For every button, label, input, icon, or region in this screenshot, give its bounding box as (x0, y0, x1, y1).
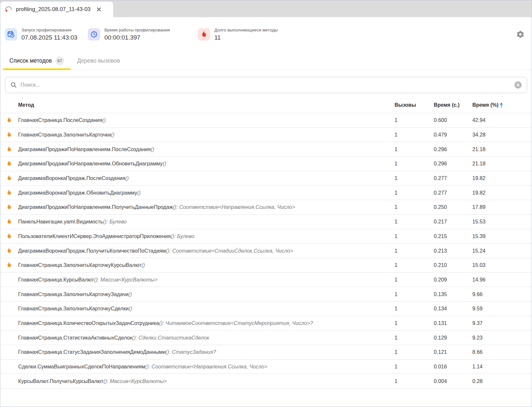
time-percent-value: 21.18 (472, 161, 532, 167)
method-name: ДиаграммаВоронкаПродаж.ПолучитьКоличеств… (18, 248, 166, 254)
method-name: ГлавнаяСтраница.ПослеСоздания (18, 117, 102, 123)
table-row[interactable]: ДиаграммаВоронкаПродаж.ПослеСоздания() 1… (0, 171, 532, 186)
time-percent-value: 42.94 (472, 117, 532, 123)
calls-value: 1 (395, 349, 434, 355)
time-percent-value: 17.89 (472, 204, 532, 210)
table-row[interactable]: Сделки.СуммаВыигранныхСделокПоНаправлени… (0, 360, 532, 374)
table-row[interactable]: КурсыВалют.ПолучитьКурсыВалют(): Массив<… (0, 374, 532, 389)
calls-value: 1 (395, 364, 434, 370)
method-signature: () (125, 175, 129, 181)
search-input[interactable] (20, 82, 511, 88)
table-header: Метод Вызовы Время (с.) Время (%) (0, 97, 532, 113)
time-percent-value: 1.14 (472, 364, 532, 370)
hot-method-flame-icon (7, 132, 12, 138)
table-row[interactable]: ГлавнаяСтраница.ЗаполнитьКарточкуЗадачи(… (0, 287, 532, 302)
search-box (5, 77, 527, 93)
clock-icon (88, 28, 100, 41)
table-row[interactable]: ПанельНавигации.yaml.Видимость(): Булево… (0, 215, 532, 229)
hot-method-flame-icon (7, 146, 12, 152)
calls-value: 1 (395, 335, 434, 341)
column-header-method[interactable]: Метод (18, 102, 395, 108)
method-signature: (): Булево (171, 233, 195, 239)
search-icon (10, 82, 17, 88)
tab-method-list[interactable]: Список методов 67 (3, 52, 71, 70)
table-row[interactable]: ГлавнаяСтраница.ЗаполнитьКарточки() 1 0.… (0, 128, 532, 142)
calls-value: 1 (395, 277, 434, 283)
table-row[interactable]: ДиаграммаПродажиПоНаправлениям.ОбновитьД… (0, 157, 532, 171)
profiling-tab[interactable]: profiling_2025.08.07_11-43-03 (0, 2, 113, 17)
table-row[interactable]: ГлавнаяСтраница.ПослеСоздания() 1 0.600 … (0, 113, 532, 128)
calls-value: 1 (395, 262, 434, 268)
method-name: ДиаграммаВоронкаПродаж.ОбновитьДиаграмму (18, 190, 137, 196)
table-row[interactable]: ДиаграммаВоронкаПродаж.ОбновитьДиаграмму… (0, 186, 532, 200)
time-seconds-value: 0.215 (434, 233, 472, 239)
method-signature: (): СтатусЗадания? (166, 349, 216, 355)
method-name: ДиаграммаПродажиПоНаправлениям.ПолучитьД… (18, 204, 173, 210)
table-row[interactable]: ПользователиКлиентИСервер.ЭтоАдминистрат… (0, 229, 532, 244)
sort-asc-icon (500, 102, 503, 108)
hot-method-flame-icon (7, 204, 12, 210)
method-signature: (): Соответствие<Направления.Ссылка, Чис… (145, 364, 267, 369)
method-signature: (): Массив<КурсВалюты> (103, 378, 167, 384)
time-percent-value: 15.39 (472, 233, 532, 239)
time-seconds-value: 0.213 (434, 248, 472, 254)
time-percent-value: 19.82 (472, 190, 532, 196)
time-percent-value: 9.37 (472, 320, 532, 326)
stat-long-running-methods: Долго выполняющиеся методы 11 (198, 28, 278, 41)
column-header-calls[interactable]: Вызовы (395, 102, 434, 108)
column-header-time-seconds[interactable]: Время (с.) (434, 102, 472, 108)
table-row[interactable]: ДиаграммаПродажиПоНаправлениям.ПослеСозд… (0, 142, 532, 157)
method-name: ГлавнаяСтраница.КурсыВалют (18, 277, 94, 282)
time-percent-value: 9.59 (472, 305, 532, 312)
time-percent-value: 15.03 (472, 262, 532, 268)
table-row[interactable]: ГлавнаяСтраница.КоличествоОткрытыхЗадачС… (0, 316, 532, 331)
calls-value: 1 (395, 248, 434, 254)
method-signature: (): Массив<КурсВалюты> (94, 277, 158, 282)
method-name: ГлавнаяСтраница.СтатистикаАктивныхСделок (18, 335, 132, 341)
table-row[interactable]: ГлавнаяСтраница.СтатусЗаданияЗаполненияД… (0, 345, 532, 360)
method-signature: () (129, 305, 132, 311)
table-row[interactable]: ГлавнаяСтраница.ЗаполнитьКарточкуСделки(… (0, 302, 532, 316)
settings-gear-icon[interactable] (516, 30, 525, 39)
column-header-time-percent[interactable]: Время (%) (472, 102, 532, 108)
time-percent-value: 34.28 (472, 132, 532, 138)
calls-value: 1 (395, 175, 434, 181)
time-seconds-value: 0.135 (434, 291, 472, 297)
clear-search-icon[interactable] (514, 81, 522, 89)
hot-method-flame-icon (7, 117, 12, 123)
hot-method-flame-icon (7, 262, 12, 268)
calls-value: 1 (395, 146, 434, 152)
table-row[interactable]: ГлавнаяСтраница.СтатистикаАктивныхСделок… (0, 330, 532, 345)
calls-value: 1 (395, 190, 434, 196)
stats-header: Запуск профилирования 07.08.2025 11:43:0… (0, 17, 532, 52)
method-name: ПанельНавигации.yaml.Видимость (18, 219, 103, 224)
time-percent-value: 8.66 (472, 349, 532, 355)
method-table-body: ГлавнаяСтраница.ПослеСоздания() 1 0.600 … (0, 113, 532, 389)
method-signature: (): ЧитаемоеСоответствие<СтатусМероприят… (159, 320, 313, 326)
stat-profiling-duration: Время работы профилирования 00:00:01.397 (88, 28, 170, 41)
tab-method-list-label: Список методов (9, 57, 52, 64)
calls-value: 1 (395, 204, 434, 210)
stat-value: 00:00:01.397 (104, 34, 170, 41)
time-percent-value: 15.24 (472, 248, 532, 254)
time-seconds-value: 0.131 (434, 320, 472, 326)
tab-call-tree[interactable]: Дерево вызовов (71, 52, 126, 70)
time-percent-value: 9.66 (472, 291, 532, 297)
table-row[interactable]: ГлавнаяСтраница.ЗаполнитьКарточкуКурсыВа… (0, 258, 532, 273)
tab-close-icon[interactable] (97, 7, 101, 12)
stat-label: Время работы профилирования (104, 28, 170, 33)
editor-tab-bar: profiling_2025.08.07_11-43-03 (0, 0, 532, 17)
table-row[interactable]: ДиаграммаВоронкаПродаж.ПолучитьКоличеств… (0, 244, 532, 258)
calls-value: 1 (395, 161, 434, 167)
hot-method-flame-icon (7, 190, 12, 196)
profiler-window: profiling_2025.08.07_11-43-03 Запуск про… (0, 0, 532, 407)
method-signature: () (128, 291, 132, 297)
time-seconds-value: 0.209 (434, 277, 472, 283)
time-seconds-value: 0.016 (434, 364, 472, 370)
method-signature: (): Булево (103, 219, 127, 224)
search-area (0, 70, 532, 97)
table-row[interactable]: ГлавнаяСтраница.КурсыВалют(): Массив<Кур… (0, 273, 532, 287)
table-row[interactable]: ДиаграммаПродажиПоНаправлениям.ПолучитьД… (0, 200, 532, 215)
time-percent-value: 21.18 (472, 146, 532, 152)
flame-icon (198, 28, 210, 41)
